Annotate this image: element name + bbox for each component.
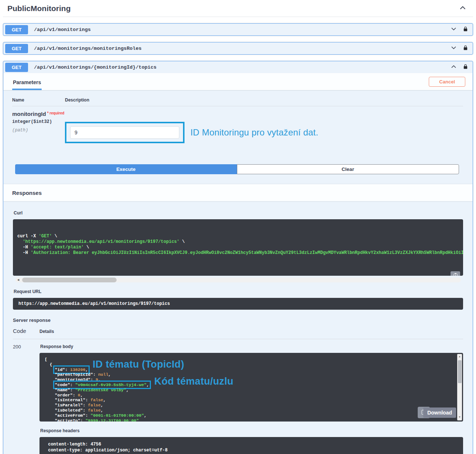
- response-headers-text: content-length: 4756 content-type: appli…: [45, 441, 457, 454]
- endpoint-monitorings-roles: GET /api/v1/monitorings/monitoringsRoles: [3, 42, 473, 55]
- server-response-table-head: Code Details: [13, 328, 463, 339]
- endpoint-monitoring-topics: GET /api/v1/monitorings/{monitoringId}/t…: [3, 61, 473, 454]
- request-url-label: Request URL: [14, 289, 463, 294]
- response-body-json: [ { "id": 138206,ID tématu (TopicId) "pa…: [45, 357, 453, 422]
- execute-row: Execute Clear: [15, 164, 459, 174]
- scrollbar-thumb[interactable]: [22, 278, 117, 282]
- curl-command-text: curl -X 'GET' \ 'https://app.newtonmedia…: [17, 234, 459, 256]
- lock-icon[interactable]: [463, 63, 468, 71]
- request-url-block: https://app.newtonmedia.eu/api/v1/monito…: [13, 298, 463, 310]
- chevron-up-icon: [459, 4, 466, 13]
- parameters-table: Name Description monitoringId* required …: [3, 90, 473, 154]
- responses-title: Responses: [12, 190, 42, 196]
- status-code: 200: [13, 344, 39, 454]
- clipboard-icon: [453, 273, 458, 276]
- method-badge: GET: [5, 44, 28, 53]
- tab-underline: [12, 89, 42, 90]
- server-response-row: 200 Response body [ { "id": 138206,ID té…: [13, 339, 463, 454]
- parameters-table-head: Name Description: [12, 97, 463, 106]
- endpoint-path: /api/v1/monitorings/{monitoringId}/topic…: [34, 65, 156, 70]
- json-annotation-text: ID tématu (TopicId): [93, 362, 184, 367]
- endpoint-summary[interactable]: GET /api/v1/monitorings: [3, 24, 473, 35]
- response-headers-label: Response headers: [40, 428, 463, 433]
- annotation-highlight-box: [65, 122, 184, 143]
- server-response-label: Server response: [13, 317, 463, 323]
- curl-label: Curl: [14, 210, 463, 216]
- page-title: PublicMonitoring: [7, 4, 70, 13]
- method-badge: GET: [5, 63, 28, 72]
- parameter-name: monitoringId: [12, 111, 46, 117]
- collapse-section-button[interactable]: [458, 3, 467, 13]
- method-badge: GET: [5, 25, 28, 34]
- endpoint-path: /api/v1/monitorings: [34, 27, 91, 32]
- tag-header: PublicMonitoring: [3, 0, 473, 17]
- response-headers-block: content-length: 4756 content-type: appli…: [39, 437, 463, 454]
- required-badge: * required: [47, 111, 65, 115]
- scroll-up-arrow-icon[interactable]: ▲: [457, 354, 462, 360]
- endpoint-path: /api/v1/monitorings/monitoringsRoles: [34, 46, 142, 51]
- lock-icon[interactable]: [463, 26, 468, 34]
- parameter-type: integer($int32): [12, 119, 65, 124]
- cancel-button[interactable]: Cancel: [429, 77, 465, 87]
- parameters-tab-label: Parameters: [12, 75, 42, 89]
- scroll-left-arrow-icon[interactable]: ◄: [17, 278, 20, 282]
- execute-button[interactable]: Execute: [15, 164, 237, 174]
- parameter-location: (path): [12, 128, 65, 133]
- swagger-page: PublicMonitoring GET /api/v1/monitorings…: [0, 0, 476, 454]
- tab-parameters[interactable]: Parameters: [12, 73, 42, 90]
- response-details: Response body [ { "id": 138206,ID tématu…: [39, 344, 463, 454]
- clear-button[interactable]: Clear: [237, 164, 459, 174]
- code-column-header: Code: [13, 328, 39, 334]
- download-button[interactable]: Download: [423, 407, 456, 418]
- scroll-down-arrow-icon[interactable]: ▼: [457, 415, 462, 420]
- endpoint-summary[interactable]: GET /api/v1/monitorings/{monitoringId}/t…: [3, 61, 473, 73]
- column-description: Description: [65, 97, 89, 103]
- responses-header: Responses: [3, 184, 473, 201]
- scrollbar-thumb[interactable]: [458, 360, 462, 383]
- parameter-info: monitoringId* required integer($int32) (…: [12, 111, 65, 154]
- parameter-description-cell: ID Monitoringu pro vytažení dat.: [65, 111, 318, 154]
- response-body-vertical-scrollbar[interactable]: ▲ ▼: [457, 354, 462, 420]
- column-name: Name: [12, 97, 65, 103]
- chevron-down-icon[interactable]: [451, 45, 457, 52]
- curl-command-block: curl -X 'GET' \ 'https://app.newtonmedia…: [13, 219, 463, 276]
- response-body-block: [ { "id": 138206,ID tématu (TopicId) "pa…: [39, 353, 463, 422]
- request-url-text: https://app.newtonmedia.eu/api/v1/monito…: [18, 301, 170, 306]
- chevron-down-icon[interactable]: [451, 26, 457, 34]
- lock-icon[interactable]: [463, 45, 468, 52]
- endpoint-monitorings: GET /api/v1/monitorings: [3, 23, 473, 36]
- monitoring-id-input[interactable]: [70, 126, 179, 139]
- copy-curl-button[interactable]: [451, 271, 460, 276]
- input-annotation-text: ID Monitoringu pro vytažení dat.: [190, 127, 318, 138]
- curl-horizontal-scrollbar[interactable]: ◄: [15, 278, 461, 282]
- parameters-header: Parameters Cancel: [3, 73, 473, 90]
- json-annotation-text: Kód tématu/uzlu: [154, 379, 234, 384]
- responses-body: Curl curl -X 'GET' \ 'https://app.newton…: [3, 201, 473, 454]
- endpoint-summary[interactable]: GET /api/v1/monitorings/monitoringsRoles: [3, 42, 473, 54]
- response-body-label: Response body: [40, 344, 463, 349]
- parameter-row: monitoringId* required integer($int32) (…: [12, 106, 463, 154]
- chevron-up-icon[interactable]: [451, 63, 457, 71]
- details-column-header: Details: [39, 329, 54, 334]
